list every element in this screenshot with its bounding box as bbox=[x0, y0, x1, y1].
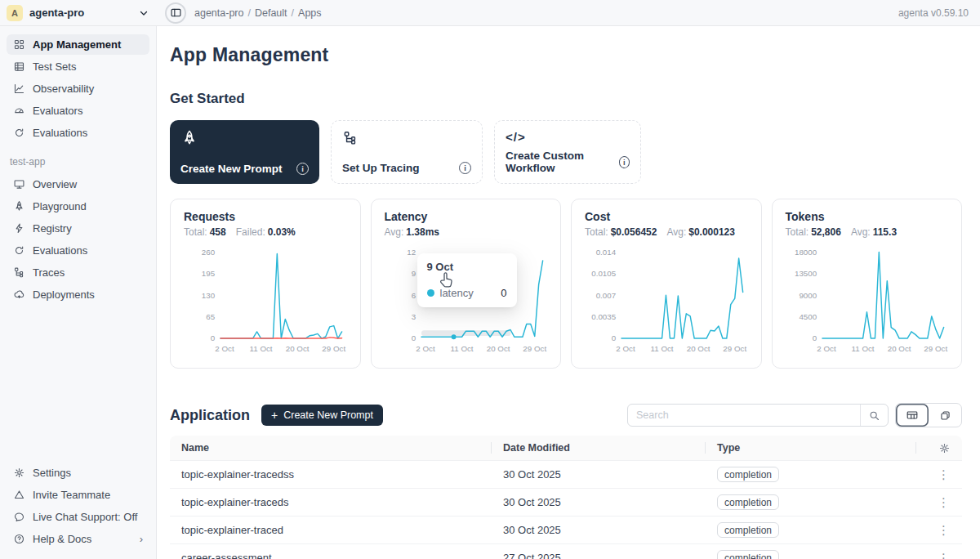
stat-failed: Failed:0.03% bbox=[236, 226, 296, 238]
sidebar-item-evaluators[interactable]: Evaluators bbox=[7, 101, 149, 121]
grid-icon bbox=[13, 38, 25, 51]
chart-title: Cost bbox=[585, 210, 748, 223]
sidebar-item-overview[interactable]: Overview bbox=[7, 174, 149, 195]
app-name[interactable]: career-assessment bbox=[170, 552, 492, 559]
svg-text:2 Oct: 2 Oct bbox=[416, 344, 435, 353]
table-row[interactable]: topic-explainer-tracedss 30 Oct 2025 com… bbox=[170, 460, 962, 488]
table-row[interactable]: topic-explainer-traceds 30 Oct 2025 comp… bbox=[170, 488, 962, 516]
col-type[interactable]: Type bbox=[706, 436, 916, 460]
tracing-tree-icon bbox=[342, 130, 359, 146]
col-date-modified[interactable]: Date Modified bbox=[492, 436, 706, 460]
sidebar-item-label: Evaluators bbox=[33, 105, 82, 117]
table-view-button[interactable] bbox=[896, 404, 929, 427]
row-actions-button[interactable]: ⋮ bbox=[916, 467, 962, 482]
sidebar-toggle-button[interactable] bbox=[165, 2, 186, 24]
sidebar-item-playground[interactable]: Playground bbox=[7, 196, 149, 217]
monitor-icon bbox=[13, 178, 25, 190]
tokens-chart-plot[interactable]: 04500900013500180002 Oct11 Oct20 Oct29 O… bbox=[786, 243, 949, 368]
stat-total: Total:52,806 bbox=[786, 226, 841, 238]
chart-title: Requests bbox=[184, 210, 347, 223]
stat-avg: Avg:$0.000123 bbox=[666, 226, 735, 238]
table-row[interactable]: career-assessment 27 Oct 2025 completion… bbox=[170, 543, 962, 559]
svg-text:11 Oct: 11 Oct bbox=[651, 344, 674, 353]
create-new-prompt-button[interactable]: + Create New Prompt bbox=[261, 405, 383, 426]
sidebar-item-label: Traces bbox=[33, 266, 65, 279]
svg-text:11 Oct: 11 Oct bbox=[250, 344, 273, 353]
sidebar-item-test-sets[interactable]: Test Sets bbox=[7, 56, 149, 77]
sidebar-item-label: Help & Docs bbox=[33, 533, 91, 545]
cost-chart-card: Cost Total:$0.056452 Avg:$0.000123 00.00… bbox=[571, 199, 762, 369]
search-box bbox=[627, 404, 889, 427]
sidebar-item-settings[interactable]: Settings bbox=[7, 463, 149, 483]
row-actions-button[interactable]: ⋮ bbox=[916, 523, 962, 538]
gauge-icon bbox=[13, 105, 25, 117]
sidebar-item-help-docs[interactable]: Help & Docs › bbox=[7, 529, 149, 549]
sidebar-item-observability[interactable]: Observability bbox=[7, 78, 149, 99]
svg-text:3: 3 bbox=[411, 312, 415, 321]
view-toggle bbox=[895, 403, 962, 427]
requests-chart-plot[interactable]: 0651301952602 Oct11 Oct20 Oct29 Oct bbox=[184, 243, 347, 368]
sidebar-item-evaluations-app[interactable]: Evaluations bbox=[7, 240, 149, 261]
svg-text:11 Oct: 11 Oct bbox=[851, 344, 874, 353]
legend-dot bbox=[427, 289, 434, 297]
svg-text:0.014: 0.014 bbox=[596, 248, 617, 257]
svg-text:195: 195 bbox=[202, 269, 216, 278]
svg-text:29 Oct: 29 Oct bbox=[523, 344, 546, 353]
topbar: A agenta-pro agenta-pro / Default / Apps… bbox=[0, 0, 980, 26]
rocket-icon bbox=[13, 200, 25, 212]
breadcrumb-workspace[interactable]: agenta-pro bbox=[194, 7, 243, 19]
chat-icon bbox=[13, 511, 25, 523]
workspace-selector[interactable]: A agenta-pro bbox=[0, 5, 157, 21]
sidebar-item-live-chat[interactable]: Live Chat Support: Off bbox=[7, 507, 149, 527]
set-up-tracing-card[interactable]: Set Up Tracing i bbox=[331, 120, 483, 184]
col-name[interactable]: Name bbox=[170, 436, 492, 460]
sidebar-section-label: test-app bbox=[10, 156, 146, 168]
svg-text:20 Oct: 20 Oct bbox=[687, 344, 710, 353]
application-title: Application bbox=[170, 407, 250, 424]
sidebar-item-evaluations[interactable]: Evaluations bbox=[7, 123, 149, 143]
breadcrumb-project[interactable]: Default bbox=[255, 7, 287, 19]
app-date: 27 Oct 2025 bbox=[492, 552, 706, 559]
table-row[interactable]: topic-explainer-traced 30 Oct 2025 compl… bbox=[170, 516, 962, 543]
app-name[interactable]: topic-explainer-traceds bbox=[170, 496, 492, 508]
bolt-icon bbox=[13, 222, 25, 235]
info-icon[interactable]: i bbox=[459, 162, 471, 174]
search-button[interactable] bbox=[860, 405, 888, 426]
app-version: agenta v0.59.10 bbox=[898, 7, 980, 19]
info-icon[interactable]: i bbox=[619, 156, 630, 168]
main-content: App Management Get Started Create New Pr… bbox=[157, 26, 980, 559]
svg-text:2 Oct: 2 Oct bbox=[215, 344, 234, 353]
sidebar-item-invite-teammate[interactable]: Invite Teammate bbox=[7, 485, 149, 505]
card-label: Create New Prompt bbox=[180, 163, 283, 175]
get-started-title: Get Started bbox=[170, 91, 962, 107]
row-actions-button[interactable]: ⋮ bbox=[916, 551, 962, 559]
sidebar: App Management Test Sets Observability E… bbox=[0, 26, 157, 559]
row-actions-button[interactable]: ⋮ bbox=[916, 495, 962, 510]
table-icon bbox=[13, 60, 25, 73]
sidebar-item-traces[interactable]: Traces bbox=[7, 262, 149, 283]
search-input[interactable] bbox=[628, 409, 860, 421]
app-name[interactable]: topic-explainer-tracedss bbox=[170, 468, 492, 481]
sidebar-item-label: Observability bbox=[33, 83, 94, 95]
info-icon[interactable]: i bbox=[296, 163, 309, 175]
svg-text:29 Oct: 29 Oct bbox=[322, 344, 345, 353]
sidebar-item-deployments[interactable]: Deployments bbox=[7, 284, 149, 305]
sidebar-item-app-management[interactable]: App Management bbox=[7, 34, 149, 55]
svg-text:0.0105: 0.0105 bbox=[591, 269, 616, 278]
svg-text:65: 65 bbox=[206, 312, 215, 321]
app-name[interactable]: topic-explainer-traced bbox=[170, 524, 492, 536]
sidebar-item-registry[interactable]: Registry bbox=[7, 218, 149, 239]
help-icon bbox=[13, 533, 25, 545]
create-custom-workflow-card[interactable]: </> Create Custom Workflow i bbox=[494, 120, 641, 184]
workspace-name: agenta-pro bbox=[29, 7, 132, 19]
svg-text:0: 0 bbox=[211, 333, 216, 342]
code-icon: </> bbox=[506, 130, 630, 144]
sidebar-item-label: Evaluations bbox=[33, 244, 87, 257]
stat-total: Total:$0.056452 bbox=[585, 226, 657, 238]
breadcrumb-apps[interactable]: Apps bbox=[298, 7, 322, 19]
table-settings-button[interactable] bbox=[916, 436, 962, 460]
create-new-prompt-card[interactable]: Create New Prompt i bbox=[170, 120, 319, 184]
cost-chart-plot[interactable]: 00.00350.0070.01050.0142 Oct11 Oct20 Oct… bbox=[585, 243, 748, 368]
card-view-button[interactable] bbox=[929, 404, 961, 427]
svg-text:0: 0 bbox=[612, 333, 617, 342]
